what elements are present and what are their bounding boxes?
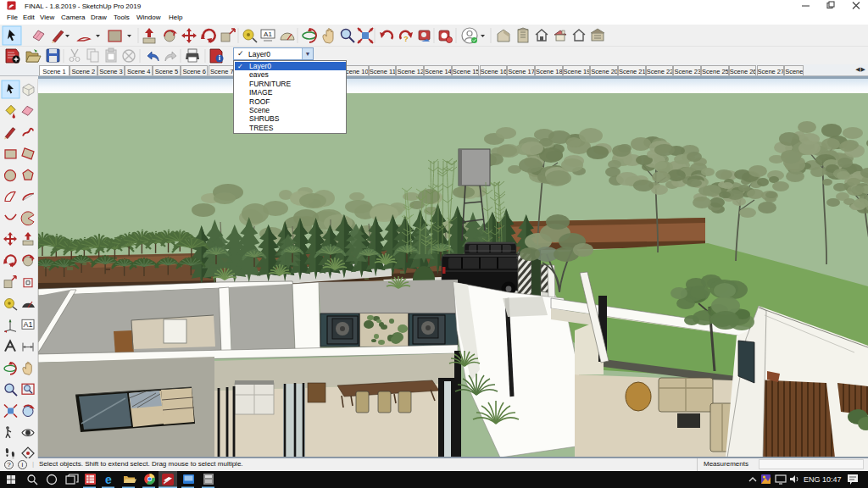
svg-text:?: ? (403, 35, 409, 43)
svg-text:A1: A1 (23, 320, 32, 329)
svg-text:ENG: ENG (804, 475, 821, 484)
svg-text:A1: A1 (264, 30, 272, 38)
svg-text:10:47: 10:47 (822, 475, 842, 484)
svg-text:e: e (105, 473, 112, 486)
